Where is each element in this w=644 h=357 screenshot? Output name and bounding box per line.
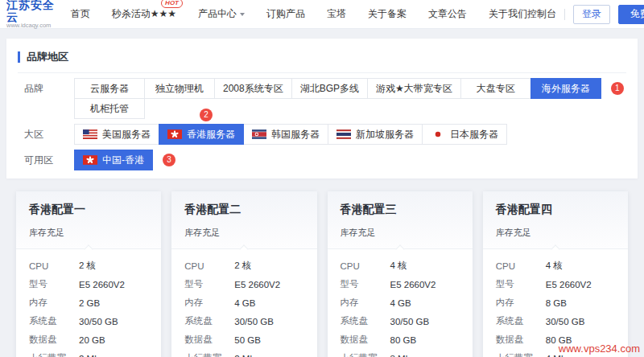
brand-filter-row: 品牌 云服务器独立物理机2008系统专区湖北BGP多线游戏★大带宽专区大盘专区海…: [18, 78, 626, 119]
site-logo[interactable]: 江苏安全云 www.idcaqy.com: [6, 0, 56, 29]
brand-option-大盘专区[interactable]: 大盘专区: [460, 78, 531, 99]
zone-filter-row: 可用区 中国-香港3: [18, 150, 626, 170]
region-option-韩国服务器[interactable]: 韩国服务器: [243, 124, 328, 145]
plan-card-香港配置二[interactable]: 香港配置二库存充足CPU2 核型号E5 2660V2内存4 GB系统盘30/50…: [171, 191, 316, 357]
brand-option-机柜托管[interactable]: 机柜托管: [74, 98, 145, 119]
zone-filter-label: 可用区: [18, 150, 74, 170]
spec-label: 系统盘: [29, 315, 79, 327]
spec-row-CPU: CPU2 核: [184, 256, 303, 275]
step-badge-3: 3: [163, 154, 175, 166]
stock-status: 库存充足: [341, 227, 460, 239]
spec-value: E5 2660V2: [234, 280, 280, 289]
option-label: 日本服务器: [450, 128, 498, 142]
nav-right-controls: 控制台 登录 免费注册: [527, 5, 644, 24]
top-navbar: 江苏安全云 www.idcaqy.com 首页秒杀活动★★★HOT产品中心订购产…: [0, 0, 644, 29]
spec-row-数据盘: 数据盘20 GB: [29, 330, 148, 349]
region-option-新加坡服务器[interactable]: 新加坡服务器: [328, 124, 423, 145]
plan-card-香港配置一[interactable]: 香港配置一库存充足CPU2 核型号E5 2660V2内存2 GB系统盘30/50…: [16, 191, 161, 357]
option-label: 机柜托管: [90, 102, 129, 116]
watermark: www.vps234.com: [559, 343, 640, 355]
stock-status: 库存充足: [496, 227, 615, 239]
spec-row-CPU: CPU2 核: [29, 256, 148, 275]
card-header: 香港配置四库存充足: [483, 191, 628, 249]
nav-item-宝塔[interactable]: 宝塔: [327, 7, 346, 21]
brand-option-游戏★大带宽专区[interactable]: 游戏★大带宽专区: [367, 78, 461, 99]
card-title: 香港配置三: [341, 203, 460, 217]
card-header: 香港配置三库存充足: [328, 191, 473, 249]
spec-label: 上行带宽: [341, 352, 390, 357]
spec-row-内存: 内存2 GB: [29, 293, 148, 312]
option-label: 2008系统专区: [223, 82, 283, 96]
panel-title-row: 品牌地区: [18, 47, 626, 73]
card-title: 香港配置一: [29, 203, 148, 217]
option-label: 海外服务器: [542, 82, 590, 96]
nav-item-label: 秒杀活动★★★: [112, 8, 176, 19]
spec-label: 内存: [184, 297, 234, 309]
nav-item-产品中心[interactable]: 产品中心: [198, 7, 245, 21]
region-option-香港服务器[interactable]: 香港服务器2: [159, 124, 244, 145]
vertical-divider: [564, 9, 565, 20]
nav-item-秒杀活动★★★[interactable]: 秒杀活动★★★HOT: [112, 7, 176, 21]
brand-option-海外服务器[interactable]: 海外服务器: [530, 78, 601, 99]
region-option-美国服务器[interactable]: 美国服务器: [74, 124, 159, 145]
brand-option-云服务器[interactable]: 云服务器: [74, 78, 145, 99]
nav-item-文章公告[interactable]: 文章公告: [428, 7, 467, 21]
plan-card-香港配置四[interactable]: 香港配置四库存充足CPU4 核型号E5 2660V2内存8 GB系统盘30/50…: [483, 191, 628, 357]
nav-item-首页[interactable]: 首页: [71, 7, 90, 21]
brand-option-2008系统专区[interactable]: 2008系统专区: [214, 78, 292, 99]
spec-value: 4 GB: [390, 298, 411, 308]
spec-value: 50 GB: [234, 335, 261, 345]
spec-row-内存: 内存8 GB: [496, 293, 615, 312]
brand-option-独立物理机[interactable]: 独立物理机: [144, 78, 215, 99]
spec-value: 30/50 GB: [390, 317, 430, 326]
spec-row-型号: 型号E5 2660V2: [496, 275, 615, 293]
spec-value: 3 Mbps: [390, 354, 421, 357]
spec-label: 系统盘: [341, 315, 390, 327]
spec-row-数据盘: 数据盘80 GB: [341, 330, 460, 349]
brand-options-line-2: 机柜托管: [74, 98, 624, 119]
logo-subtitle: www.idcaqy.com: [6, 23, 56, 29]
option-label: 新加坡服务器: [356, 128, 414, 142]
plan-card-香港配置三[interactable]: 香港配置三库存充足CPU4 核型号E5 2660V2内存4 GB系统盘30/50…: [328, 191, 473, 357]
us-flag-icon: [83, 129, 97, 139]
spec-value: 2 Mbps: [234, 354, 265, 357]
spec-row-上行带宽: 上行带宽2 Mbps: [29, 349, 148, 357]
brand-option-湖北BGP多线[interactable]: 湖北BGP多线: [291, 78, 368, 99]
spec-value: 2 核: [234, 260, 251, 272]
region-option-日本服务器[interactable]: 日本服务器: [422, 124, 507, 145]
zone-option-中国-香港[interactable]: 中国-香港: [74, 150, 153, 170]
login-button[interactable]: 登录: [573, 5, 610, 24]
spec-label: 数据盘: [496, 334, 546, 346]
spec-label: 内存: [341, 297, 390, 309]
spec-label: 型号: [341, 278, 390, 290]
spec-value: 30/50 GB: [234, 317, 274, 326]
stock-status: 库存充足: [184, 227, 303, 239]
spec-value: 4 GB: [234, 298, 255, 308]
spec-row-内存: 内存4 GB: [184, 293, 303, 312]
region-options-line: 美国服务器香港服务器2韩国服务器新加坡服务器日本服务器: [74, 124, 507, 145]
nav-item-关于备案[interactable]: 关于备案: [368, 7, 407, 21]
nav-item-关于我们[interactable]: 关于我们: [489, 7, 527, 21]
plan-cards: 香港配置一库存充足CPU2 核型号E5 2660V2内存2 GB系统盘30/50…: [16, 191, 628, 357]
nav-item-label: 订购产品: [266, 8, 305, 19]
spec-row-上行带宽: 上行带宽3 Mbps: [341, 349, 460, 357]
region-filter-label: 大区: [18, 124, 74, 145]
nav-item-订购产品[interactable]: 订购产品: [266, 7, 305, 21]
nav-item-label: 文章公告: [428, 8, 467, 19]
spec-row-型号: 型号E5 2660V2: [341, 275, 460, 293]
spec-row-系统盘: 系统盘30/50 GB: [341, 312, 460, 330]
console-link[interactable]: 控制台: [527, 7, 556, 21]
step-badge-1: 1: [611, 82, 624, 95]
step-badge-2: 2: [200, 109, 213, 121]
option-label: 湖北BGP多线: [300, 82, 359, 96]
spec-list: CPU2 核型号E5 2660V2内存4 GB系统盘30/50 GB数据盘50 …: [171, 249, 316, 357]
filter-panel: 品牌地区 品牌 云服务器独立物理机2008系统专区湖北BGP多线游戏★大带宽专区…: [6, 39, 638, 178]
spec-label: 型号: [496, 278, 546, 290]
register-button[interactable]: 免费注册: [618, 5, 644, 24]
spec-value: 4 核: [546, 260, 563, 272]
spec-list: CPU4 核型号E5 2660V2内存8 GB系统盘30/50 GB数据盘80 …: [483, 249, 628, 357]
spec-list: CPU2 核型号E5 2660V2内存2 GB系统盘30/50 GB数据盘20 …: [16, 249, 161, 357]
option-label: 独立物理机: [155, 82, 204, 96]
spec-label: CPU: [184, 261, 234, 271]
spec-label: 系统盘: [496, 315, 546, 327]
